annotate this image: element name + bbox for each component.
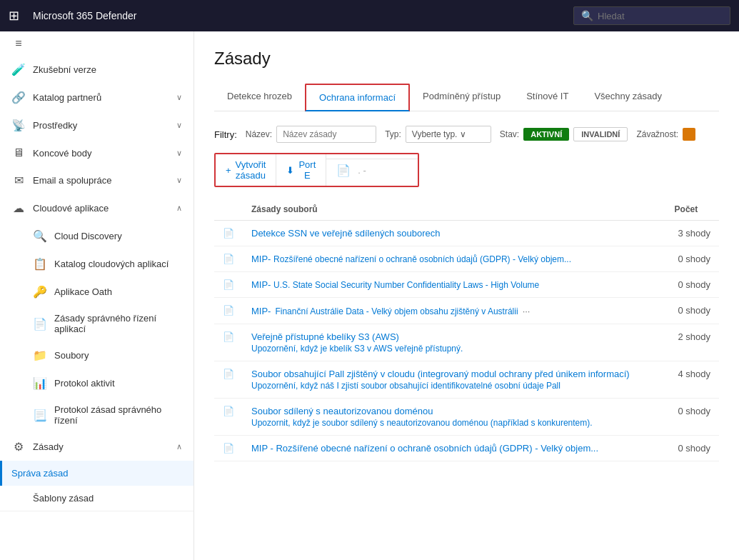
table-row: 📄 MIP- Finanční Austrálie Data - Velký o… <box>214 298 719 324</box>
cloud-apps-icon: ☁ <box>11 201 26 215</box>
policy-name[interactable]: Veřejně přístupné kbelíky S3 (AWS) <box>251 331 658 342</box>
filter-status-group: Stav: AKTIVNÍ INVALIDNÍ <box>500 127 628 141</box>
policy-name-prefix: MIP- <box>251 254 271 264</box>
trial-icon: 🧪 <box>11 63 26 76</box>
policy-name[interactable]: Soubor sdílený s neautorizovanou doménou <box>251 406 658 416</box>
severity-indicator[interactable] <box>683 128 695 141</box>
action-bar: + Vytvořit zásadu ⬇ Port E 📄 . - <box>214 153 419 187</box>
sidebar-item-aplikace-oath[interactable]: 🔑 Aplikace Oath <box>0 278 193 306</box>
tab-bar: Detekce hrozeb Ochrana informací Podmíně… <box>214 83 719 111</box>
search-input[interactable] <box>598 11 723 21</box>
endpoints-icon: 🖥 <box>11 146 26 159</box>
filter-severity-label: Závažnost: <box>636 129 678 139</box>
policies-icon: ⚙ <box>11 440 26 454</box>
sidebar-item-zasady[interactable]: ⚙ Zásady ∧ <box>0 433 193 461</box>
governance-policy-icon: 📄 <box>33 317 47 331</box>
table-row: 📄 MIP- Rozšířené obecné nařízení o ochra… <box>214 246 719 272</box>
table-row: 📄 Detekce SSN ve veřejně sdílených soubo… <box>214 221 719 246</box>
sidebar-item-prostredky[interactable]: 📡 Prostředky ∨ <box>0 111 193 139</box>
filter-status-label: Stav: <box>500 129 519 139</box>
tab-detekce[interactable]: Detekce hrozeb <box>214 84 305 111</box>
table-row: 📄 Soubor obsahující Pall zjištěný v clou… <box>214 361 719 399</box>
port-button[interactable]: ⬇ Port E <box>276 154 326 186</box>
download-icon: ⬇ <box>286 165 294 176</box>
status-active-button[interactable]: AKTIVNÍ <box>523 128 569 141</box>
apps-grid-icon[interactable]: ⊞ <box>9 8 26 24</box>
match-count: 4 shody <box>666 361 719 399</box>
policy-name-prefix: MIP- <box>251 279 271 290</box>
policy-desc[interactable]: Rozšířené obecné nařízení o ochraně osob… <box>273 254 571 264</box>
table-row: 📄 MIP- U.S. State Social Security Number… <box>214 272 719 298</box>
policy-desc[interactable]: Upozornění, když náš I zjistí soubor obs… <box>251 381 658 391</box>
policy-desc[interactable]: Upozornění, když je kbelík S3 v AWS veře… <box>251 344 658 354</box>
sidebar-item-cloudove[interactable]: ☁ Cloudové aplikace ∧ <box>0 194 193 222</box>
row-ellipsis[interactable]: ··· <box>523 306 531 316</box>
sidebar-item-zasady-spravneho[interactable]: 📄 Zásady správného řízení aplikací <box>0 306 193 341</box>
match-count: 3 shody <box>666 221 719 246</box>
governance-log-icon: 📃 <box>33 409 47 422</box>
sidebar: ≡ 🧪 Zkušební verze 🔗 Katalog partnerů ∨ … <box>0 31 194 560</box>
oauth-icon: 🔑 <box>33 285 47 299</box>
policy-desc[interactable]: U.S. State Social Security Number Confid… <box>273 280 539 290</box>
chevron-up-icon: ∧ <box>176 204 182 213</box>
file-icon: 📄 <box>336 164 351 177</box>
sidebar-section-main: 🧪 Zkušební verze 🔗 Katalog partnerů ∨ 📡 … <box>0 56 193 511</box>
files-icon: 📁 <box>33 349 47 362</box>
filter-type-value: Vyberte typ. <box>412 129 458 139</box>
file-icon: 📄 <box>223 331 234 342</box>
sidebar-item-koncove[interactable]: 🖥 Koncové body ∨ <box>0 139 193 166</box>
sidebar-item-katalog-cloudu[interactable]: 📋 Katalog cloudových aplikací <box>0 250 193 278</box>
file-icon: 📄 <box>223 369 234 379</box>
cloud-catalog-icon: 📋 <box>33 257 47 271</box>
sidebar-item-protokol-aktivit[interactable]: 📊 Protokol aktivit <box>0 369 193 397</box>
filter-name-input[interactable] <box>276 126 376 143</box>
tab-vsechny[interactable]: Všechny zásady <box>581 84 675 111</box>
loading-dots: . - <box>358 165 366 176</box>
policy-table: Zásady souborů Počet 📄 Detekce SSN ve ve… <box>214 199 719 461</box>
match-count: 0 shody <box>666 272 719 298</box>
table-row: 📄 MIP - Rozšířené obecné nařízení o ochr… <box>214 436 719 461</box>
tab-stinove[interactable]: Stínové IT <box>513 84 581 111</box>
filter-type-select[interactable]: Vyberte typ. ∨ <box>406 126 491 143</box>
table-row: 📄 Soubor sdílený s neautorizovanou domén… <box>214 399 719 436</box>
file-icon: 📄 <box>223 228 234 239</box>
sidebar-item-zkusebni[interactable]: 🧪 Zkušební verze <box>0 56 193 84</box>
policy-desc[interactable]: Finanční Austrálie Data - Velký objem ob… <box>275 306 518 316</box>
filter-severity-group: Závažnost: <box>636 128 695 141</box>
file-icon: 📄 <box>223 279 234 290</box>
match-count: 0 shody <box>666 436 719 461</box>
tab-podmineny[interactable]: Podmíněný přístup <box>410 84 513 111</box>
create-policy-button[interactable]: + Vytvořit zásadu <box>216 154 276 186</box>
file-icon: 📄 <box>223 254 234 264</box>
status-invalid-button[interactable]: INVALIDNÍ <box>573 127 628 141</box>
sidebar-item-soubory[interactable]: 📁 Soubory <box>0 341 193 369</box>
table-row: 📄 Veřejně přístupné kbelíky S3 (AWS) Upo… <box>214 324 719 361</box>
chevron-down-icon: ∨ <box>176 176 182 185</box>
search-bar: 🔍 <box>573 6 730 25</box>
filter-name-group: Název: <box>246 126 376 143</box>
file-icon: 📄 <box>223 443 234 454</box>
policy-name[interactable]: Detekce SSN ve veřejně sdílených soubore… <box>251 228 658 239</box>
sidebar-item-protokol-zasad[interactable]: 📃 Protokol zásad správného řízení <box>0 397 193 433</box>
tab-ochrana[interactable]: Ochrana informací <box>305 84 410 111</box>
chevron-down-icon: ∨ <box>176 121 182 130</box>
plus-icon: + <box>226 165 231 176</box>
sidebar-item-cloud-discovery[interactable]: 🔍 Cloud Discovery <box>0 222 193 250</box>
sidebar-item-sablony-zasad[interactable]: Šablony zásad <box>0 486 193 511</box>
activity-log-icon: 📊 <box>33 376 47 390</box>
page-title: Zásady <box>214 49 719 69</box>
col-count-header: Počet <box>666 199 719 221</box>
sidebar-item-email[interactable]: ✉ Email a spolupráce ∨ <box>0 166 193 194</box>
sidebar-hamburger[interactable]: ≡ <box>0 31 193 56</box>
email-icon: ✉ <box>11 174 26 187</box>
sidebar-item-sprava-zasad[interactable]: Správa zásad <box>0 461 193 486</box>
chevron-down-icon: ∨ <box>176 149 182 158</box>
chevron-up-icon: ∧ <box>176 442 182 451</box>
policy-name-prefix: MIP- <box>251 306 271 316</box>
policy-desc[interactable]: Upozornit, když je soubor sdílený s neau… <box>251 418 658 428</box>
col-icon-header <box>214 199 243 221</box>
chevron-down-icon: ∨ <box>460 129 466 139</box>
sidebar-item-katalog[interactable]: 🔗 Katalog partnerů ∨ <box>0 84 193 111</box>
policy-name[interactable]: MIP - Rozšířené obecné nařízení o ochran… <box>251 443 658 454</box>
policy-name[interactable]: Soubor obsahující Pall zjištěný v cloudu… <box>251 369 658 379</box>
